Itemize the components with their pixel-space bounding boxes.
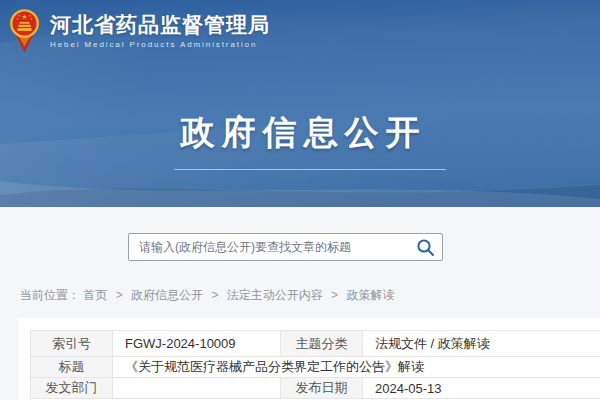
agency-name: 河北省药品监督管理局: [50, 13, 270, 37]
breadcrumb: 当前位置： 首页 > 政府信息公开 > 法定主动公开内容 > 政策解读: [20, 287, 394, 304]
publish-date-value: 2024-05-13: [363, 378, 600, 399]
title-label: 标题: [31, 357, 113, 378]
breadcrumb-separator: >: [331, 288, 338, 302]
search-icon: [416, 238, 435, 257]
breadcrumb-separator: >: [211, 288, 218, 302]
breadcrumb-separator: >: [116, 288, 123, 302]
search-button[interactable]: [408, 234, 442, 260]
search-section: 当前位置： 首页 > 政府信息公开 > 法定主动公开内容 > 政策解读: [0, 207, 600, 318]
table-row: 发文部门 发布日期 2024-05-13: [31, 378, 600, 399]
publish-date-label: 发布日期: [281, 378, 363, 399]
svg-text:★: ★: [22, 13, 28, 20]
index-number-value: FGWJ-2024-10009: [113, 331, 281, 357]
breadcrumb-label: 当前位置：: [20, 288, 80, 302]
national-emblem-icon: ★: [8, 7, 41, 55]
page: ★ 河北省药品监督管理局 Hebei Medical Products Admi…: [0, 0, 600, 400]
index-number-label: 索引号: [31, 331, 113, 357]
search-box: [128, 233, 443, 261]
issuing-department-label: 发文部门: [31, 378, 113, 399]
topic-category-value: 法规文件 / 政策解读: [363, 331, 600, 357]
document-metadata-table: 索引号 FGWJ-2024-10009 主题分类 法规文件 / 政策解读 标题 …: [30, 330, 600, 399]
title-value: 《关于规范医疗器械产品分类界定工作的公告》解读: [113, 357, 600, 378]
table-row: 索引号 FGWJ-2024-10009 主题分类 法规文件 / 政策解读: [31, 331, 600, 357]
title-underline: [174, 169, 446, 170]
table-row: 标题 《关于规范医疗器械产品分类界定工作的公告》解读: [31, 357, 600, 378]
page-title: 政府信息公开: [174, 110, 427, 156]
document-card: 索引号 FGWJ-2024-10009 主题分类 法规文件 / 政策解读 标题 …: [18, 318, 600, 400]
agency-logo[interactable]: ★ 河北省药品监督管理局 Hebei Medical Products Admi…: [8, 7, 270, 55]
breadcrumb-gov-info[interactable]: 政府信息公开: [131, 288, 203, 302]
breadcrumb-statutory-disclosure[interactable]: 法定主动公开内容: [227, 288, 323, 302]
breadcrumb-policy-interpretation[interactable]: 政策解读: [346, 288, 394, 302]
agency-name-english: Hebei Medical Products Administration: [50, 40, 270, 49]
issuing-department-value: [113, 378, 281, 399]
topic-category-label: 主题分类: [281, 331, 363, 357]
search-input[interactable]: [129, 234, 408, 260]
banner: ★ 河北省药品监督管理局 Hebei Medical Products Admi…: [0, 0, 600, 207]
breadcrumb-home[interactable]: 首页: [83, 288, 107, 302]
